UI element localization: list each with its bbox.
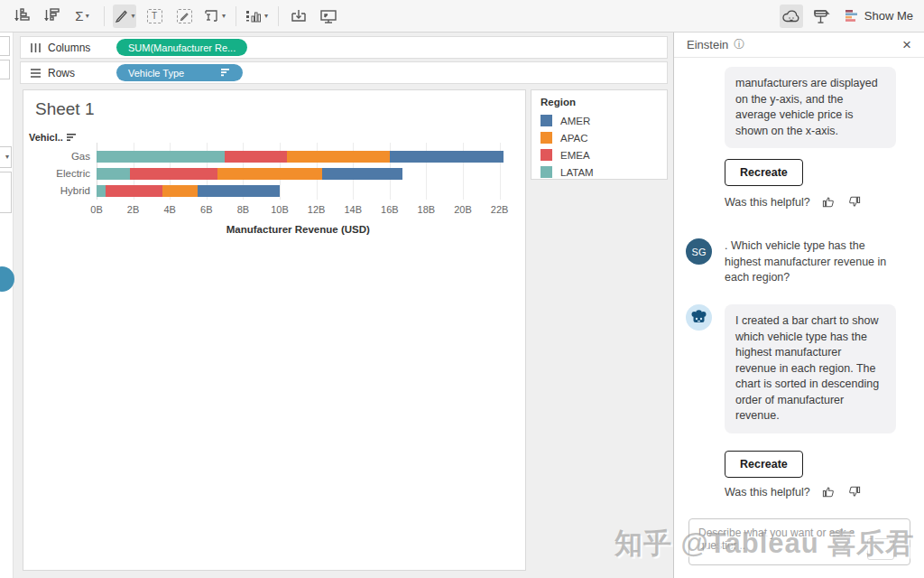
bar-electric-amer[interactable]	[322, 168, 402, 180]
row-label-hybrid[interactable]: Hybrid	[27, 185, 90, 197]
x-tick-label: 18B	[418, 204, 436, 215]
cropped-dropdown[interactable]: ▾	[0, 146, 12, 168]
caret-down-icon: ▾	[5, 153, 9, 161]
legend-label: LATAM	[560, 167, 594, 178]
download-icon[interactable]	[287, 5, 310, 28]
x-tick-label: 0B	[90, 204, 102, 215]
row-label-gas[interactable]: Gas	[27, 151, 90, 163]
send-button[interactable]	[867, 538, 894, 560]
columns-pill-sum-manufacturer-revenue[interactable]: SUM(Manufacturer Re...	[116, 39, 247, 56]
thumbs-down-icon[interactable]	[847, 195, 861, 209]
legend-swatch	[541, 149, 552, 161]
legend-item-apac[interactable]: APAC	[541, 129, 667, 146]
left-cropped-panel: ▾	[0, 33, 14, 578]
info-icon[interactable]: ⓘ	[734, 37, 744, 52]
toolbar-separator	[236, 6, 236, 26]
columns-shelf-label: Columns	[48, 42, 106, 54]
toolbar-separator	[278, 6, 279, 26]
caret-down-icon: ▾	[131, 12, 134, 20]
recreate-button[interactable]: Recreate	[725, 451, 803, 478]
rows-icon	[30, 68, 42, 79]
x-tick-label: 20B	[454, 204, 472, 215]
cropped-blue-toggle[interactable]	[0, 266, 14, 292]
rows-shelf[interactable]: Rows Vehicle Type	[20, 61, 668, 84]
einstein-robot-icon	[689, 309, 708, 326]
cropped-card	[0, 36, 10, 56]
sort-descending-icon	[67, 134, 77, 142]
highlight-pen-icon[interactable]: ▾	[113, 5, 136, 28]
assistant-message: I created a bar chart to show which vehi…	[725, 304, 896, 434]
helpful-label: Was this helpful?	[725, 196, 810, 209]
rows-shelf-label: Rows	[48, 67, 106, 79]
x-tick-label: 4B	[163, 204, 175, 215]
sheet-canvas: Sheet 1 Vehicl.. GasElectricHybrid0B2B4B…	[23, 89, 526, 571]
region-legend: Region AMERAPACEMEALATAM	[531, 89, 668, 180]
legend-swatch	[541, 166, 552, 178]
bar-gas-apac[interactable]	[287, 151, 390, 163]
einstein-panel: Einstein ⓘ × manufacturers are displayed…	[673, 33, 924, 578]
pill-label: SUM(Manufacturer Re...	[128, 42, 236, 53]
x-tick-label: 10B	[271, 204, 289, 215]
x-tick-label: 6B	[200, 204, 212, 215]
thumbs-down-icon[interactable]	[847, 485, 861, 499]
annotate-icon[interactable]	[172, 5, 196, 28]
caret-down-icon: ▾	[222, 12, 226, 20]
bar-gas-amer[interactable]	[390, 151, 504, 163]
caret-down-icon: ▾	[264, 12, 268, 20]
legend-item-latam[interactable]: LATAM	[541, 163, 667, 181]
row-field-header[interactable]: Vehicl..	[29, 132, 77, 143]
sort-ascending-icon[interactable]	[11, 5, 34, 28]
close-icon[interactable]: ×	[902, 37, 911, 52]
assistant-message-truncated: manufacturers are displayed on the y-axi…	[725, 67, 896, 148]
dashed-box	[177, 9, 192, 23]
toolbar-separator	[104, 6, 105, 26]
show-me-button[interactable]: Show Me	[845, 9, 913, 23]
user-avatar: SG	[686, 238, 712, 265]
bar-hybrid-amer[interactable]	[198, 185, 280, 197]
sigma-glyph: Σ	[75, 8, 83, 23]
fit-frame-icon[interactable]: ▾	[202, 5, 226, 28]
helpful-label: Was this helpful?	[725, 486, 810, 499]
legend-swatch	[541, 132, 552, 144]
einstein-cloud-icon[interactable]	[780, 5, 803, 28]
rows-pill-vehicle-type[interactable]: Vehicle Type	[116, 64, 243, 81]
legend-label: EMEA	[560, 150, 590, 161]
bar-gas-latam[interactable]	[97, 151, 225, 163]
bar-electric-emea[interactable]	[130, 168, 217, 180]
thumbs-up-icon[interactable]	[822, 195, 836, 209]
totals-sigma-icon[interactable]: Σ▾	[70, 5, 94, 28]
bar-hybrid-apac[interactable]	[162, 185, 198, 197]
columns-shelf[interactable]: Columns SUM(Manufacturer Re...	[20, 36, 668, 59]
sort-descending-icon[interactable]	[41, 5, 64, 28]
feedback-row: Was this helpful?	[725, 485, 861, 499]
recreate-button[interactable]: Recreate	[725, 159, 803, 186]
bar-gas-emea[interactable]	[225, 151, 287, 163]
bar-electric-latam[interactable]	[97, 168, 130, 180]
show-me-icon	[845, 9, 859, 23]
dashed-box: T	[147, 9, 162, 23]
row-label-electric[interactable]: Electric	[27, 168, 90, 180]
row-field-label: Vehicl..	[29, 132, 63, 143]
bar-hybrid-emea[interactable]	[106, 185, 162, 197]
legend-label: APAC	[560, 133, 587, 144]
legend-item-amer[interactable]: AMER	[541, 112, 667, 129]
tooltip-signpost-icon[interactable]	[809, 5, 833, 28]
bar-hybrid-latam[interactable]	[97, 185, 106, 197]
legend-swatch	[541, 115, 552, 126]
presentation-mode-icon[interactable]	[317, 5, 340, 28]
caret-down-icon: ▾	[86, 12, 89, 20]
x-tick-label: 8B	[237, 204, 249, 215]
cropped-card	[0, 172, 12, 213]
einstein-avatar	[686, 304, 712, 331]
legend-item-emea[interactable]: EMEA	[541, 146, 667, 163]
legend-items: AMERAPACEMEALATAM	[541, 112, 667, 181]
legend-label: AMER	[560, 116, 590, 126]
thumbs-up-icon[interactable]	[822, 485, 836, 499]
bar-electric-apac[interactable]	[217, 168, 322, 180]
text-label-icon[interactable]: T	[143, 5, 166, 28]
show-me-label: Show Me	[864, 9, 913, 23]
toolbar: Σ▾ ▾ T ▾ ▾ Show Me	[0, 0, 924, 33]
sort-descending-icon	[221, 69, 231, 77]
mark-labels-icon[interactable]: ▾	[245, 5, 268, 28]
x-axis-title: Manufacturer Revenue (USD)	[97, 224, 500, 235]
